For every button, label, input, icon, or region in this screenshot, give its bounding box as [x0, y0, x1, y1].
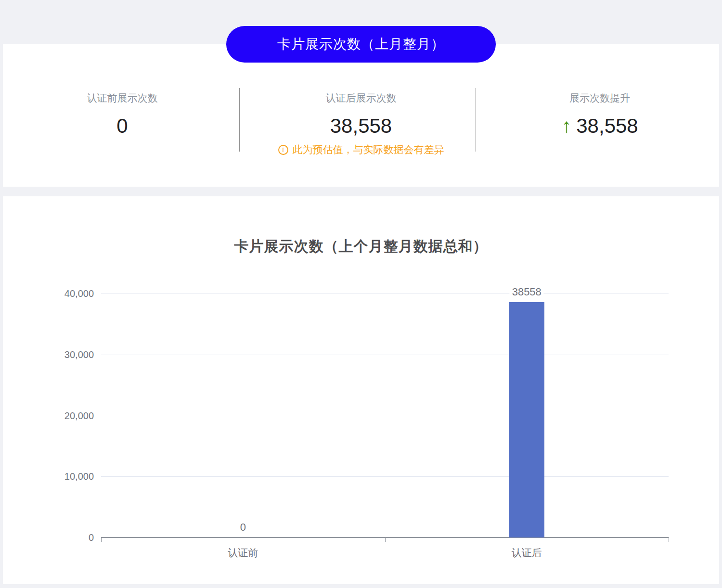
card-display-count-pill-button[interactable]: 卡片展示次数（上月整月）	[226, 26, 496, 63]
stat-value: 38,558	[330, 115, 392, 138]
stat-label: 展示次数提升	[569, 92, 630, 104]
stats-panel: 认证前展示次数 0 认证后展示次数 38,558 i 此为预估值，与实际数据会有…	[3, 44, 719, 187]
stat-label: 认证后展示次数	[326, 92, 397, 104]
bar-value-label: 0	[238, 521, 248, 534]
y-axis-tick-label: 30,000	[3, 349, 94, 360]
stat-value: 0	[116, 115, 128, 138]
stats-row: 认证前展示次数 0 认证后展示次数 38,558 i 此为预估值，与实际数据会有…	[3, 44, 719, 187]
gridline	[101, 355, 669, 355]
y-axis-tick-label: 0	[3, 532, 94, 543]
x-axis-tick	[669, 537, 669, 542]
stat-display-increase: 展示次数提升 ↑ 38,558	[480, 44, 719, 187]
info-circle-icon: i	[278, 145, 288, 155]
stats-divider	[476, 88, 476, 152]
bar	[509, 302, 544, 537]
stat-post-certification: 认证后展示次数 38,558 i 此为预估值，与实际数据会有差异	[242, 44, 480, 187]
pill-label: 卡片展示次数（上月整月）	[277, 35, 445, 53]
x-axis-tick-label: 认证后	[512, 546, 542, 560]
estimate-note-text: 此为预估值，与实际数据会有差异	[293, 143, 444, 156]
chart-plot: 40,00030,00020,00010,00000认证前38558认证后	[3, 196, 719, 584]
gridline	[101, 476, 669, 477]
stats-divider	[239, 88, 240, 152]
x-axis-tick-label: 认证前	[228, 546, 258, 560]
stat-value: ↑ 38,558	[561, 115, 638, 138]
arrow-up-icon: ↑	[561, 115, 571, 137]
stat-label: 认证前展示次数	[87, 92, 158, 104]
x-axis-tick	[385, 537, 386, 542]
gridline	[101, 294, 669, 294]
increase-value: 38,558	[576, 115, 638, 138]
x-axis-tick	[101, 537, 102, 542]
estimate-note: i 此为预估值，与实际数据会有差异	[278, 143, 444, 156]
y-axis-tick-label: 10,000	[3, 471, 94, 482]
y-axis-tick-label: 20,000	[3, 410, 94, 421]
gridline	[101, 416, 669, 416]
stat-pre-certification: 认证前展示次数 0	[3, 44, 242, 187]
bar-value-label: 38558	[510, 286, 544, 298]
y-axis-tick-label: 40,000	[3, 288, 94, 299]
chart-panel: 卡片展示次数（上个月整月数据总和） 40,00030,00020,00010,0…	[3, 196, 719, 584]
